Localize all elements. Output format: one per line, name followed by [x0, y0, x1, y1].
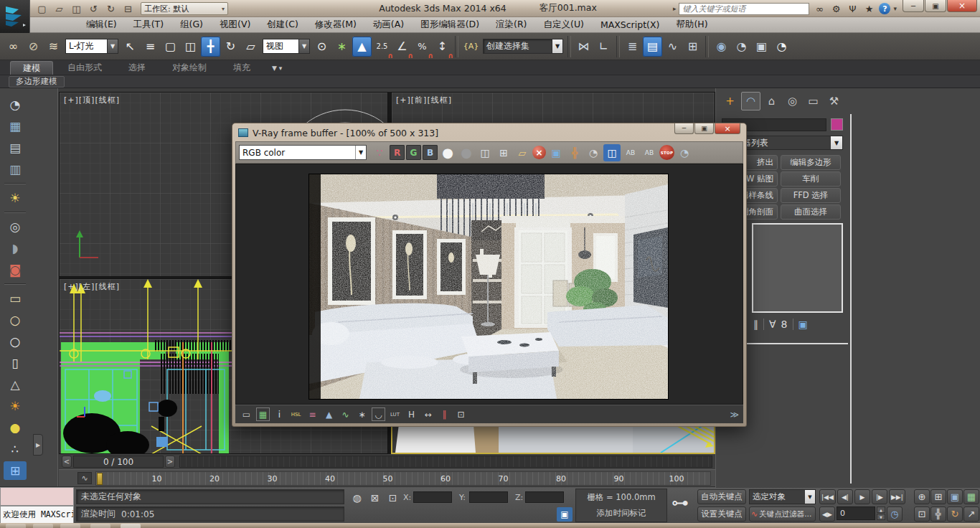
z-coordinate-field[interactable]	[525, 491, 564, 503]
curve-control-icon[interactable]: ◡	[372, 407, 385, 421]
viewport-front-label[interactable]: [+][前][线框]	[396, 95, 452, 105]
x-coordinate-field[interactable]	[413, 491, 452, 503]
adaptive-degradation-icon[interactable]: ▣	[557, 507, 573, 522]
material-editor-icon[interactable]: ◉	[712, 37, 731, 57]
environment-icon[interactable]: ◗	[4, 239, 27, 258]
alpha-channel-icon[interactable]: ●	[439, 144, 456, 161]
render-teapot-icon[interactable]: ◔	[676, 144, 693, 161]
ribbon-tab-自由形式[interactable]: 自由形式	[55, 61, 114, 75]
select-and-link-icon[interactable]: ∞	[4, 37, 23, 57]
maxscript-mini-listener[interactable]: 欢迎使用 MAXScript	[0, 506, 74, 524]
menu-item-8[interactable]: 渲染(R)	[493, 18, 529, 32]
selection-lock-icon[interactable]: ⊠	[367, 491, 382, 505]
select-and-scale-icon[interactable]: ▱	[241, 37, 260, 57]
menu-item-1[interactable]: 工具(T)	[131, 18, 166, 32]
reference-coordinate-dropdown[interactable]: 视图▼	[263, 39, 310, 54]
render-teapot-icon[interactable]: ◔	[4, 95, 27, 114]
next-frame-icon[interactable]: |▶	[872, 489, 887, 504]
scatter-icon[interactable]: ∴	[4, 440, 27, 458]
select-and-manipulate-icon[interactable]: ∗	[332, 37, 352, 57]
light-lister-icon[interactable]: ☀	[4, 189, 27, 207]
blue-channel-toggle[interactable]: B	[423, 145, 438, 160]
image-dock-icon[interactable]: ▭	[240, 407, 253, 421]
bind-to-space-warp-icon[interactable]: ≋	[44, 37, 63, 57]
select-and-rotate-icon[interactable]: ↻	[221, 37, 240, 57]
render-dialog-icon[interactable]: ▥	[4, 160, 27, 179]
render-last-icon[interactable]: ◔	[585, 144, 602, 161]
unlink-selection-icon[interactable]: ⊘	[24, 37, 43, 57]
green-channel-toggle[interactable]: G	[406, 145, 421, 160]
go-to-start-icon[interactable]: |◀◀	[819, 489, 836, 504]
viewport-left-label[interactable]: [+][左][线框]	[64, 281, 120, 292]
snaps-toggle-icon[interactable]: 2.5	[372, 37, 392, 57]
ribbon-tab-选择[interactable]: 选择	[116, 61, 158, 75]
communication-center-icon[interactable]: Ψ	[845, 2, 859, 15]
frame-spinner[interactable]: ▲▼	[877, 506, 885, 522]
configure-modifier-sets-icon[interactable]: ▣	[798, 319, 808, 330]
favorites-star-icon[interactable]: ★	[862, 2, 876, 15]
sphere-primitive-icon[interactable]: ○	[4, 332, 27, 351]
modifier-button-FFD 选择[interactable]: FFD 选择	[781, 188, 841, 203]
track-bar-strip[interactable]	[179, 456, 712, 468]
graphite-toggle-icon[interactable]: ▤	[643, 37, 662, 57]
percent-snap-icon[interactable]: %	[413, 37, 432, 57]
project-folder-icon[interactable]: ⊟	[121, 2, 136, 16]
zoom-extents-all-icon[interactable]: ▦	[963, 489, 979, 504]
hsl-icon[interactable]: HSL	[289, 407, 303, 421]
minimize-button[interactable]: ─	[903, 0, 924, 12]
object-color-swatch[interactable]	[831, 118, 843, 131]
render-production-icon[interactable]: ◔	[772, 37, 791, 57]
menu-item-4[interactable]: 创建(C)	[264, 18, 301, 32]
ribbon-overflow-icon[interactable]: ▼ ▾	[272, 65, 282, 72]
close-button[interactable]: ×	[947, 0, 977, 12]
orbit-icon[interactable]: ↻	[947, 506, 963, 522]
panel-splitter[interactable]	[850, 114, 852, 484]
monochrome-icon[interactable]: ●	[458, 144, 475, 161]
undo-icon[interactable]: ↺	[86, 2, 101, 16]
viewport-layout-icon[interactable]: ⊞	[4, 461, 27, 480]
render-presets-list-icon[interactable]: ▤	[4, 138, 27, 157]
use-pivot-point-icon[interactable]: ⊙	[312, 37, 331, 57]
levels-icon[interactable]: ▲	[322, 407, 336, 421]
selection-filter-dropdown[interactable]: L-灯光▼	[65, 39, 118, 54]
add-time-tag-button[interactable]: 添加时间标记	[597, 508, 646, 519]
track-mouse-icon[interactable]: ╬	[566, 144, 583, 161]
polygon-modeling-panel-button[interactable]: 多边形建模	[9, 76, 65, 88]
vfb-restore-button[interactable]: ▣	[694, 123, 714, 134]
angle-snap-icon[interactable]: ∠	[392, 37, 412, 57]
menu-item-9[interactable]: 自定义(U)	[541, 18, 587, 32]
app-logo[interactable]	[0, 0, 30, 33]
next-frame-button[interactable]: >	[165, 456, 175, 468]
taskbar-item[interactable]	[90, 524, 110, 528]
align-icon[interactable]: ∟	[594, 37, 613, 57]
zoom-all-icon[interactable]: ⊞	[930, 489, 946, 504]
edit-named-selection-sets-icon[interactable]: {A}	[461, 37, 481, 57]
search-icon[interactable]: ∞	[812, 2, 826, 15]
motion-tab[interactable]: ◎	[783, 92, 802, 110]
utilities-tab[interactable]: ⚒	[824, 92, 844, 110]
maximize-viewport-icon[interactable]: ↗	[963, 506, 979, 522]
taskbar-item-active[interactable]	[121, 524, 141, 528]
hierarchy-tab[interactable]: ⌂	[762, 92, 781, 110]
auto-key-button[interactable]: 自动关键点	[697, 489, 746, 504]
y-coordinate-field[interactable]	[469, 491, 508, 503]
vfb-channel-dropdown[interactable]: RGB color ▼	[239, 145, 367, 160]
camera-icon[interactable]: ◎	[4, 217, 27, 236]
spinner-snap-icon[interactable]: ↕	[433, 37, 452, 57]
key-mode-toggle-icon[interactable]: ◀▶	[819, 506, 835, 522]
vfb-close-button[interactable]: ×	[715, 123, 740, 134]
egg-primitive-icon[interactable]: ○	[4, 311, 27, 329]
help-icon[interactable]: ?	[879, 3, 890, 14]
stereo-bars-icon[interactable]: ‖	[438, 407, 451, 421]
pin-stack-icon[interactable]: ∥	[753, 319, 758, 330]
infocenter-search-input[interactable]	[679, 3, 809, 15]
new-file-icon[interactable]: ▢	[34, 2, 50, 16]
zoom-icon[interactable]: ⊕	[914, 489, 930, 504]
h-icon[interactable]: H	[405, 407, 418, 421]
plane-primitive-icon[interactable]: ▭	[4, 289, 27, 308]
ribbon-tab-建模[interactable]: 建模	[10, 61, 53, 75]
open-file-icon[interactable]: ▱	[52, 2, 67, 16]
keyboard-override-icon[interactable]: ▲	[352, 37, 372, 57]
vfb-minimize-button[interactable]: ─	[674, 123, 694, 134]
time-slider-handle[interactable]	[97, 473, 103, 485]
